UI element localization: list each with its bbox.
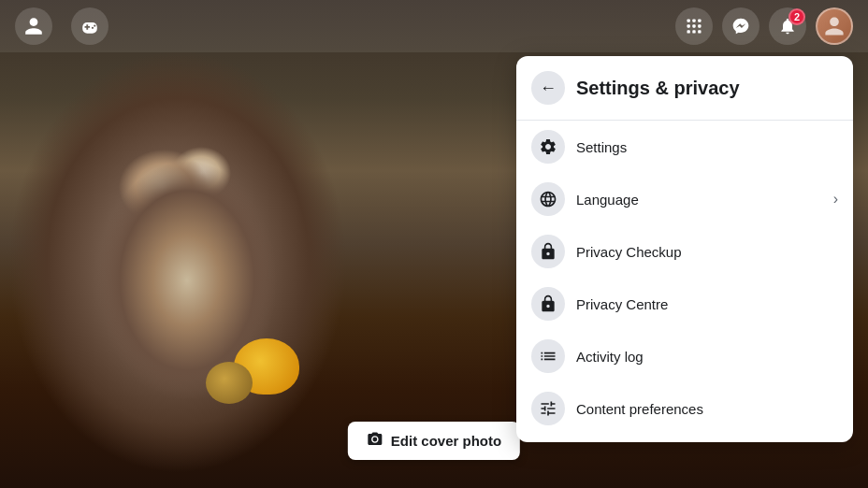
activity-log-label: Activity log (576, 349, 838, 365)
svg-rect-0 (687, 20, 690, 22)
svg-rect-8 (698, 30, 701, 33)
notifications-button[interactable]: 2 (769, 7, 806, 45)
content-preferences-icon (531, 392, 565, 425)
panel-title: Settings & privacy (576, 78, 740, 99)
privacy-checkup-icon (531, 235, 565, 268)
profile-nav-icon[interactable] (15, 7, 52, 45)
privacy-centre-icon (531, 287, 565, 321)
svg-rect-1 (692, 20, 695, 22)
menu-item-settings[interactable]: Settings (516, 121, 853, 173)
menu-item-content-preferences[interactable]: Content preferences (516, 382, 853, 435)
gourd-decoration-2 (206, 362, 253, 404)
settings-label: Settings (576, 139, 838, 155)
navbar-left (15, 7, 108, 45)
settings-privacy-panel: ← Settings & privacy Settings Language ›… (516, 56, 853, 442)
notification-badge: 2 (788, 8, 805, 25)
svg-rect-6 (687, 30, 690, 33)
svg-rect-7 (692, 30, 695, 33)
grid-menu-button[interactable] (675, 7, 713, 45)
language-label: Language (576, 192, 822, 208)
menu-item-privacy-centre[interactable]: Privacy Centre (516, 278, 853, 330)
camera-icon (367, 431, 383, 451)
panel-header: ← Settings & privacy (516, 64, 853, 121)
account-avatar[interactable] (816, 7, 853, 45)
privacy-centre-label: Privacy Centre (576, 296, 838, 312)
edit-cover-label: Edit cover photo (391, 433, 501, 449)
gaming-nav-icon[interactable] (71, 7, 108, 45)
back-icon: ← (540, 79, 557, 98)
activity-log-icon (531, 339, 565, 373)
back-button[interactable]: ← (531, 71, 565, 105)
menu-item-privacy-checkup[interactable]: Privacy Checkup (516, 225, 853, 278)
svg-rect-4 (692, 24, 695, 27)
svg-rect-2 (698, 20, 701, 22)
edit-cover-photo-button[interactable]: Edit cover photo (348, 422, 520, 460)
menu-item-activity-log[interactable]: Activity log (516, 330, 853, 382)
navbar: 2 (0, 0, 868, 52)
svg-rect-3 (687, 24, 690, 27)
privacy-checkup-label: Privacy Checkup (576, 244, 838, 260)
language-icon (531, 182, 565, 216)
language-chevron-icon: › (833, 191, 838, 208)
menu-item-language[interactable]: Language › (516, 173, 853, 225)
svg-rect-5 (698, 24, 701, 27)
messenger-button[interactable] (722, 7, 760, 45)
settings-icon (531, 130, 565, 164)
content-preferences-label: Content preferences (576, 401, 838, 417)
navbar-right: 2 (675, 7, 853, 45)
